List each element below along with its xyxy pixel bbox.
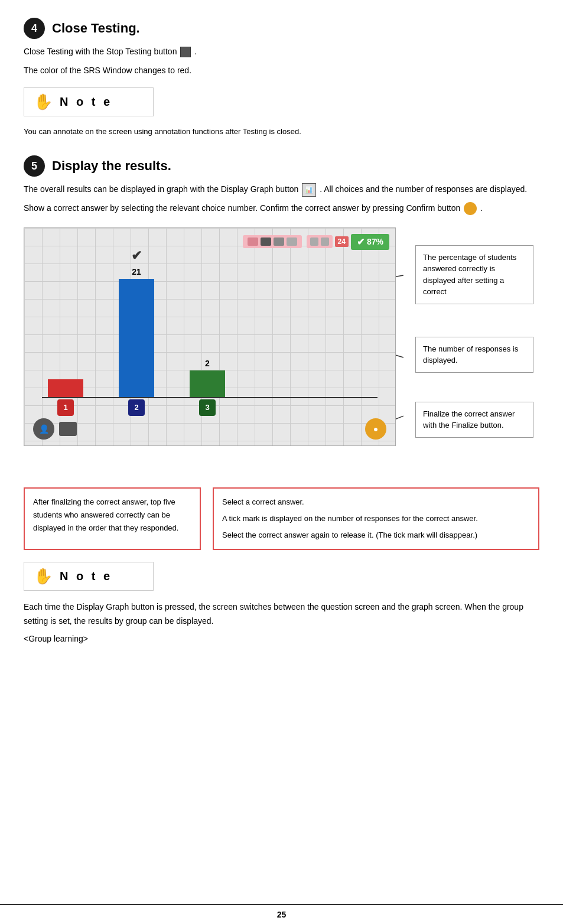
bar-number-1: 1 [57,399,74,416]
note2-line2: <Group learning> [24,632,539,646]
note1-hand-icon: ✋ [34,93,53,111]
bottom-callouts: After finalizing the correct answer, top… [24,487,539,550]
callout-finalize: Finalize the correct answer with the Fin… [415,402,533,438]
toolbar-btn3 [274,237,284,246]
toolbar-btn5 [310,237,318,246]
section4-line1: Close Testing with the Stop Testing butt… [24,45,539,59]
graph-bottom-left: 👤 [33,418,77,440]
note1-title: N o t e [60,95,112,109]
callout-select-correct: Select a correct answer. A tick mark is … [213,487,539,550]
note1-text: You can annotate on the screen using ann… [24,126,539,138]
bar-2 [119,279,154,397]
step4-circle: 4 [24,18,45,39]
section-5: 5 Display the results. The overall resul… [24,155,539,646]
note1-box: ✋ N o t e [24,87,154,116]
bar-1 [48,379,83,397]
section5-header: 5 Display the results. [24,155,539,177]
toolbar-btn2 [261,237,271,246]
toolbar-counter: 24 [335,236,349,247]
confirm-btn-icon [464,202,477,215]
callout-responses: The number of responses is displayed. [415,337,533,373]
bar-group-3: 2 3 [190,359,225,416]
bar3-label: 2 [205,359,210,368]
note2-section: ✋ N o t e Each time the Display Graph bu… [24,562,539,646]
callout-after-finalizing: After finalizing the correct answer, top… [24,487,201,550]
bar-group-1: 1 [48,379,83,416]
callout-percentage: The percentage of students answered corr… [415,245,533,304]
menu-icon [59,422,77,436]
graph-bars: 1 ✔ 21 2 2 3 [48,262,372,416]
graph-section: 24 ✔ 87% 1 ✔ 21 2 [24,227,539,476]
bar-number-3: 3 [199,399,216,416]
bar-number-2: 2 [128,399,145,416]
note2-box: ✋ N o t e [24,562,154,591]
bar-group-2: ✔ 21 2 [119,248,154,416]
graph-image: 24 ✔ 87% 1 ✔ 21 2 [24,227,396,446]
section4-header: 4 Close Testing. [24,18,539,39]
step5-circle: 5 [24,155,45,177]
checkmark-bar2: ✔ [131,248,142,263]
section4-line2: The color of the SRS Window changes to r… [24,64,539,78]
section5-title: Display the results. [52,158,171,174]
bar2-label: 21 [132,267,141,276]
graph-toolbar: 24 ✔ 87% [30,234,389,250]
bar-3 [190,370,225,397]
check-icon: ✔ [357,236,365,248]
section-4: 4 Close Testing. Close Testing with the … [24,18,539,138]
person-icon: 👤 [33,418,54,440]
display-graph-icon: 📊 [302,183,316,197]
toolbar-btn4 [287,237,297,246]
correct-percentage-badge: ✔ 87% [351,234,389,250]
section4-title: Close Testing. [52,21,140,36]
note2-hand-icon: ✋ [34,567,53,585]
toolbar-btn6 [321,237,329,246]
note2-title: N o t e [60,570,112,583]
section5-para1: The overall results can be displayed in … [24,183,539,197]
section5-para2: Show a correct answer by selecting the r… [24,201,539,216]
note2-line1: Each time the Display Graph button is pr… [24,600,539,629]
finalize-icon: ● [365,418,386,440]
graph-bottom-right: ● [365,418,386,440]
stop-testing-icon [180,47,191,57]
toolbar-btn1 [248,237,258,246]
page-number: 25 [0,904,563,924]
